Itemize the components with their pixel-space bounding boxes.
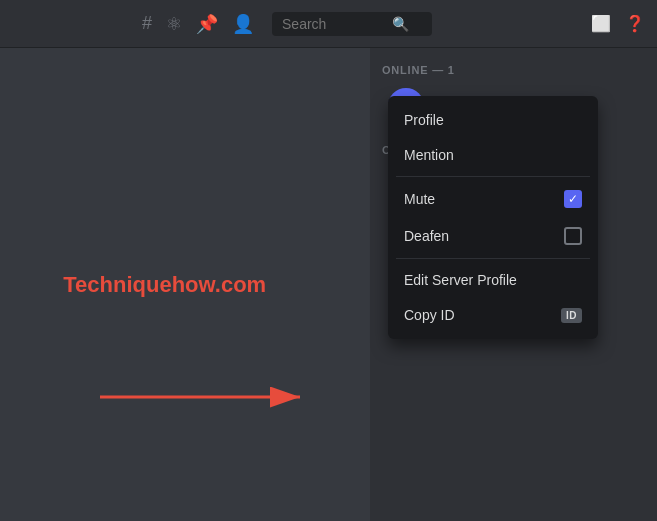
monitor-icon[interactable]: ⬜ <box>591 14 611 33</box>
online-section-label: ONLINE — 1 <box>382 64 645 76</box>
menu-item-deafen[interactable]: Deafen <box>392 218 594 254</box>
main-content: Techniquehow.com ONLINE — 1 🎮 techn <box>0 48 657 521</box>
menu-item-profile[interactable]: Profile <box>392 103 594 137</box>
pin-icon[interactable]: 📌 <box>196 13 218 35</box>
toolbar-right: ⬜ ❓ <box>591 14 645 33</box>
search-input[interactable] <box>282 16 392 32</box>
menu-item-edit-server-profile[interactable]: Edit Server Profile <box>392 263 594 297</box>
menu-item-copy-id[interactable]: Copy ID ID <box>392 298 594 332</box>
menu-item-mute[interactable]: Mute ✓ <box>392 181 594 217</box>
watermark: Techniquehow.com <box>63 272 266 298</box>
search-icon[interactable]: 🔍 <box>392 16 409 32</box>
mute-checkbox[interactable]: ✓ <box>564 190 582 208</box>
arrow-container <box>100 377 320 421</box>
person-icon[interactable]: 👤 <box>232 13 254 35</box>
left-panel: Techniquehow.com <box>0 48 370 521</box>
help-icon[interactable]: ❓ <box>625 14 645 33</box>
search-bar[interactable]: 🔍 <box>272 12 432 36</box>
menu-divider-2 <box>396 258 590 259</box>
id-badge: ID <box>561 308 582 323</box>
right-panel: ONLINE — 1 🎮 techniquehow 👑 Profile Ment… <box>370 48 657 521</box>
toolbar: # ⚛ 📌 👤 🔍 ⬜ ❓ <box>0 0 657 48</box>
menu-item-mention[interactable]: Mention <box>392 138 594 172</box>
toolbar-icons: # ⚛ 📌 👤 <box>142 13 254 35</box>
hashtag-icon[interactable]: # <box>142 13 152 34</box>
menu-divider-1 <box>396 176 590 177</box>
deafen-checkbox[interactable] <box>564 227 582 245</box>
context-menu: Profile Mention Mute ✓ Deafen Edit Serve… <box>388 96 598 339</box>
slash-icon[interactable]: ⚛ <box>166 13 182 35</box>
